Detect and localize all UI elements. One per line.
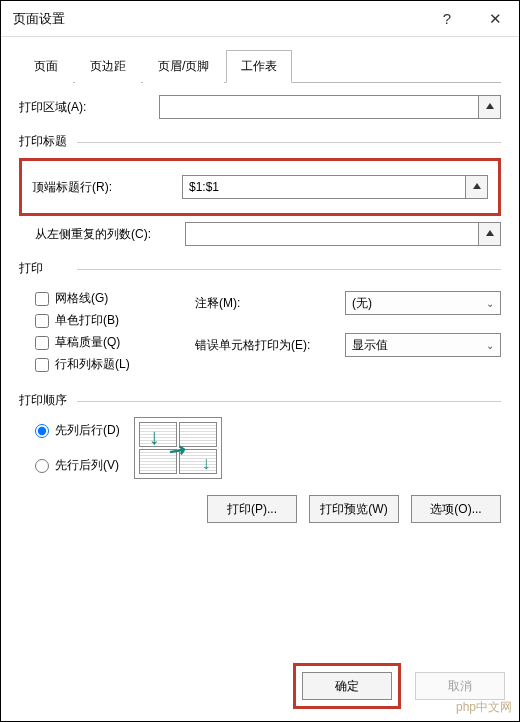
close-button[interactable]: ✕ bbox=[471, 1, 519, 37]
cancel-button[interactable]: 取消 bbox=[415, 672, 505, 700]
ok-button[interactable]: 确定 bbox=[302, 672, 392, 700]
blackwhite-checkbox[interactable] bbox=[35, 314, 49, 328]
draft-row[interactable]: 草稿质量(Q) bbox=[35, 334, 185, 351]
print-area-input[interactable] bbox=[160, 96, 478, 118]
print-preview-button[interactable]: 打印预览(W) bbox=[309, 495, 399, 523]
top-rows-row: 顶端标题行(R): bbox=[32, 175, 488, 199]
print-order: 先列后行(D) 先行后列(V) ↓ ↗ ↓ bbox=[19, 417, 501, 479]
print-selects: 注释(M): (无) ⌄ 错误单元格打印为(E): 显示值 ⌄ bbox=[195, 285, 501, 378]
tab-header-footer[interactable]: 页眉/页脚 bbox=[143, 50, 224, 83]
comments-row: 注释(M): (无) ⌄ bbox=[195, 291, 501, 315]
title-bar: 页面设置 ? ✕ bbox=[1, 1, 519, 37]
overthendown-row[interactable]: 先行后列(V) bbox=[35, 457, 120, 474]
print-checkboxes: 网格线(G) 单色打印(B) 草稿质量(Q) 行和列标题(L) bbox=[35, 285, 185, 378]
rowcolheadings-label: 行和列标题(L) bbox=[55, 356, 130, 373]
print-area-row: 打印区域(A): bbox=[19, 95, 501, 119]
watermark: php中文网 bbox=[456, 699, 512, 716]
rowcolheadings-row[interactable]: 行和列标题(L) bbox=[35, 356, 185, 373]
tab-sheet[interactable]: 工作表 bbox=[226, 50, 292, 83]
top-rows-highlight: 顶端标题行(R): bbox=[19, 158, 501, 216]
dialog-title: 页面设置 bbox=[13, 10, 423, 28]
gridlines-row[interactable]: 网格线(G) bbox=[35, 290, 185, 307]
print-area-range-icon[interactable] bbox=[478, 96, 500, 118]
comments-value: (无) bbox=[352, 295, 372, 312]
print-area-label: 打印区域(A): bbox=[19, 99, 159, 116]
print-area-input-wrap bbox=[159, 95, 501, 119]
overthendown-label: 先行后列(V) bbox=[55, 457, 119, 474]
order-group-label: 打印顺序 bbox=[19, 392, 501, 409]
footer: 确定 取消 bbox=[1, 655, 519, 721]
arrow-down-icon: ↓ bbox=[202, 453, 211, 474]
action-buttons: 打印(P)... 打印预览(W) 选项(O)... bbox=[19, 495, 501, 523]
errors-label: 错误单元格打印为(E): bbox=[195, 337, 345, 354]
draft-checkbox[interactable] bbox=[35, 336, 49, 350]
top-rows-range-icon[interactable] bbox=[465, 176, 487, 198]
comments-label: 注释(M): bbox=[195, 295, 345, 312]
order-options: 先列后行(D) 先行后列(V) bbox=[35, 417, 120, 479]
left-cols-label: 从左侧重复的列数(C): bbox=[35, 226, 185, 243]
print-titles-group-label: 打印标题 bbox=[19, 133, 501, 150]
arrow-down-icon: ↓ bbox=[149, 424, 160, 450]
downover-label: 先列后行(D) bbox=[55, 422, 120, 439]
overthendown-radio[interactable] bbox=[35, 459, 49, 473]
top-rows-input[interactable] bbox=[183, 176, 465, 198]
tab-page[interactable]: 页面 bbox=[19, 50, 73, 83]
chevron-down-icon: ⌄ bbox=[486, 298, 494, 309]
gridlines-checkbox[interactable] bbox=[35, 292, 49, 306]
print-options: 网格线(G) 单色打印(B) 草稿质量(Q) 行和列标题(L) 注释(M): bbox=[19, 285, 501, 378]
page-setup-dialog: 页面设置 ? ✕ 页面 页边距 页眉/页脚 工作表 打印区域(A): 打印标题 bbox=[0, 0, 520, 722]
options-button[interactable]: 选项(O)... bbox=[411, 495, 501, 523]
left-cols-input-wrap bbox=[185, 222, 501, 246]
top-rows-input-wrap bbox=[182, 175, 488, 199]
ok-highlight: 确定 bbox=[293, 663, 401, 709]
left-cols-input[interactable] bbox=[186, 223, 478, 245]
downover-radio[interactable] bbox=[35, 424, 49, 438]
tab-strip: 页面 页边距 页眉/页脚 工作表 bbox=[19, 49, 501, 83]
print-button[interactable]: 打印(P)... bbox=[207, 495, 297, 523]
errors-row: 错误单元格打印为(E): 显示值 ⌄ bbox=[195, 333, 501, 357]
order-diagram: ↓ ↗ ↓ bbox=[134, 417, 222, 479]
left-cols-range-icon[interactable] bbox=[478, 223, 500, 245]
draft-label: 草稿质量(Q) bbox=[55, 334, 120, 351]
chevron-down-icon: ⌄ bbox=[486, 340, 494, 351]
downover-row[interactable]: 先列后行(D) bbox=[35, 422, 120, 439]
blackwhite-label: 单色打印(B) bbox=[55, 312, 119, 329]
errors-select[interactable]: 显示值 ⌄ bbox=[345, 333, 501, 357]
gridlines-label: 网格线(G) bbox=[55, 290, 108, 307]
print-group-label: 打印 bbox=[19, 260, 501, 277]
comments-select[interactable]: (无) ⌄ bbox=[345, 291, 501, 315]
left-cols-row: 从左侧重复的列数(C): bbox=[19, 222, 501, 246]
tab-margins[interactable]: 页边距 bbox=[75, 50, 141, 83]
errors-value: 显示值 bbox=[352, 337, 388, 354]
help-button[interactable]: ? bbox=[423, 1, 471, 37]
blackwhite-row[interactable]: 单色打印(B) bbox=[35, 312, 185, 329]
rowcolheadings-checkbox[interactable] bbox=[35, 358, 49, 372]
top-rows-label: 顶端标题行(R): bbox=[32, 179, 182, 196]
dialog-body: 页面 页边距 页眉/页脚 工作表 打印区域(A): 打印标题 顶端标题行(R): bbox=[1, 37, 519, 655]
